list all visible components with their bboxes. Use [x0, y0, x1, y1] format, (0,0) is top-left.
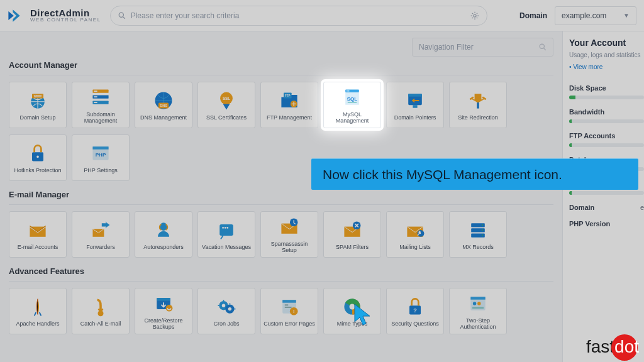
- logo[interactable]: DirectAdmin web control panel: [8, 7, 101, 25]
- svg-rect-54: [157, 298, 170, 301]
- svg-point-2: [474, 14, 476, 16]
- card-php-settings[interactable]: PHPPHP Settings: [72, 134, 130, 181]
- logo-sub: web control panel: [30, 18, 101, 23]
- svg-rect-12: [94, 96, 97, 97]
- stat-disk-space: Disk Space: [569, 84, 644, 99]
- subdomain-management-icon: [89, 86, 112, 109]
- card-domain-pointers[interactable]: Domain Pointers: [386, 82, 444, 128]
- top-header: DirectAdmin web control panel Please ent…: [0, 0, 644, 31]
- svg-text:DNS: DNS: [160, 104, 167, 107]
- svg-point-23: [347, 90, 348, 91]
- card-vacation-messages[interactable]: Vacation Messages: [197, 211, 255, 258]
- svg-point-3: [540, 44, 544, 48]
- stat-bar: [569, 119, 644, 123]
- svg-rect-27: [348, 102, 357, 103]
- card-custom-error-pages[interactable]: !Custom Error Pages: [260, 288, 318, 334]
- ftp-management-icon: FTP: [278, 89, 301, 112]
- card-label: Site Redirection: [458, 114, 498, 121]
- ssl-certificates-icon: SSL: [215, 89, 238, 112]
- section-account-title: Account Manager: [9, 60, 553, 70]
- your-account-sub: Usage, logs and statistics: [569, 52, 644, 58]
- svg-rect-71: [470, 297, 485, 300]
- grid-email: E-mail AccountsForwardersAutorespondersV…: [9, 211, 553, 258]
- svg-point-49: [482, 224, 483, 226]
- card-label: Catch-All E-mail: [80, 321, 121, 327]
- divider: [9, 75, 553, 75]
- card-site-redirection[interactable]: Site Redirection: [449, 82, 507, 128]
- card-cron-jobs[interactable]: Cron Jobs: [197, 288, 255, 334]
- card-mailing-lists[interactable]: Mailing Lists: [386, 211, 444, 258]
- card-spam-filters[interactable]: SPAM Filters: [323, 211, 381, 258]
- card-hotlinks-protection[interactable]: Hotlinks Protection: [9, 134, 67, 181]
- logo-main: DirectAdmin: [30, 8, 101, 18]
- card-label: Forwarders: [86, 244, 115, 250]
- svg-text:?: ?: [413, 307, 417, 314]
- card-forwarders[interactable]: Forwarders: [72, 211, 130, 258]
- card-ftp-management[interactable]: FTPFTP Management: [260, 82, 318, 128]
- spam-filters-icon: [341, 219, 364, 241]
- email-accounts-icon: [26, 219, 49, 241]
- svg-point-52: [98, 310, 104, 316]
- create-restore-backups-icon: [152, 292, 175, 315]
- card-mysql-management[interactable]: SQLMySQL Management: [323, 82, 381, 128]
- info-domain-label: Domain: [569, 204, 594, 211]
- card-apache-handlers[interactable]: Apache Handlers: [9, 288, 67, 334]
- card-mime-types[interactable]: Mime Types: [323, 288, 381, 334]
- card-label: Mailing Lists: [399, 244, 431, 250]
- info-block: Domaine PHP Version: [569, 204, 644, 228]
- logo-icon: [8, 7, 25, 25]
- svg-point-0: [119, 13, 123, 17]
- mailing-lists-icon: [404, 219, 426, 241]
- card-label: SPAM Filters: [336, 244, 369, 250]
- global-search[interactable]: Please enter your search criteria: [110, 6, 487, 26]
- svg-point-72: [473, 302, 476, 305]
- svg-point-24: [348, 90, 350, 91]
- card-email-accounts[interactable]: E-mail Accounts: [9, 211, 67, 258]
- card-label: MX Records: [462, 244, 494, 250]
- card-mx-records[interactable]: MX Records: [449, 211, 507, 258]
- custom-error-pages-icon: !: [278, 295, 301, 318]
- apache-handlers-icon: [26, 295, 49, 318]
- card-catch-all-email[interactable]: Catch-All E-mail: [72, 288, 130, 334]
- svg-point-39: [222, 227, 224, 229]
- svg-point-55: [166, 304, 173, 311]
- card-create-restore-backups[interactable]: Create/Restore Backups: [135, 288, 192, 334]
- card-label: Custom Error Pages: [264, 321, 315, 327]
- card-label: Security Questions: [391, 321, 439, 327]
- search-icon: [539, 43, 547, 51]
- card-spamassassin-setup[interactable]: Spamassassin Setup: [260, 211, 318, 258]
- card-label: SSL Certificates: [206, 114, 247, 121]
- svg-rect-38: [219, 224, 233, 236]
- gear-icon[interactable]: [470, 11, 479, 20]
- two-step-auth-icon: [467, 292, 489, 315]
- card-two-step-auth[interactable]: Two-Step Authentication: [449, 288, 507, 334]
- view-more-link[interactable]: • View more: [569, 63, 644, 70]
- svg-text:SQL: SQL: [347, 96, 358, 101]
- autoresponders-icon: [152, 219, 175, 241]
- card-security-questions[interactable]: ?Security Questions: [386, 288, 444, 334]
- domain-dropdown[interactable]: example.com ▼: [555, 6, 636, 25]
- section-advanced-title: Advanced Features: [9, 266, 553, 276]
- chevron-down-icon: ▼: [623, 12, 630, 19]
- stat-bandwidth: Bandwidth: [569, 108, 644, 123]
- navigation-filter[interactable]: Navigation Filter: [412, 38, 553, 57]
- php-settings-icon: PHP: [89, 142, 112, 165]
- card-dns-management[interactable]: DNSDNS Management: [135, 82, 192, 128]
- card-domain-setup[interactable]: WWWDomain Setup: [9, 82, 67, 128]
- card-ssl-certificates[interactable]: SSLSSL Certificates: [197, 82, 255, 128]
- svg-rect-29: [408, 94, 422, 97]
- svg-point-41: [226, 227, 228, 229]
- card-label: Apache Handlers: [16, 321, 59, 327]
- dns-management-icon: DNS: [152, 89, 175, 112]
- svg-rect-35: [92, 146, 108, 150]
- card-autoresponders[interactable]: Autoresponders: [135, 211, 192, 258]
- grid-advanced: Apache HandlersCatch-All E-mailCreate/Re…: [9, 288, 553, 334]
- divider: [9, 204, 553, 205]
- card-subdomain-management[interactable]: Subdomain Management: [72, 82, 130, 128]
- right-sidebar: Your Account Usage, logs and statistics …: [562, 31, 644, 362]
- svg-rect-62: [285, 304, 288, 305]
- domain-label: Domain: [519, 11, 547, 20]
- svg-point-51: [482, 234, 483, 236]
- svg-line-1: [123, 16, 125, 18]
- card-label: FTP Management: [267, 114, 312, 121]
